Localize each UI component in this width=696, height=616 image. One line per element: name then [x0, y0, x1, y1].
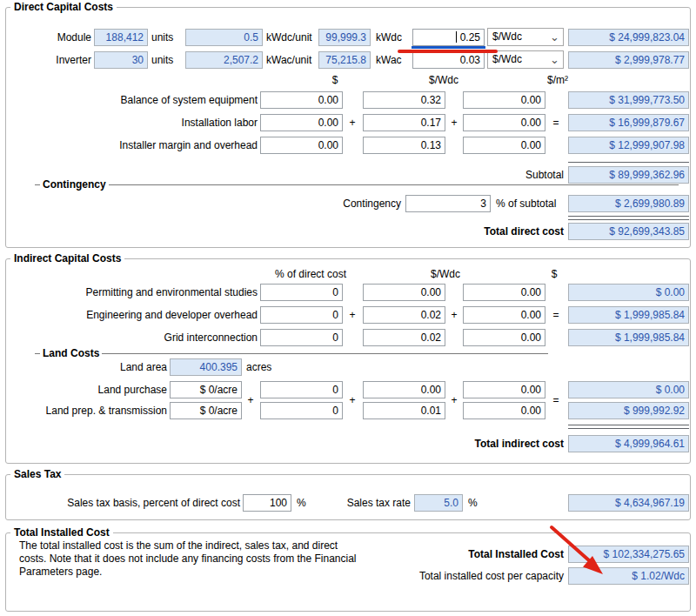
total-rule-line — [568, 216, 689, 217]
chevron-down-icon: ⌄ — [550, 30, 559, 44]
plus-operator: + — [346, 114, 358, 131]
module-capacity-suffix: kWdc — [376, 29, 402, 46]
land-prep-dollars-input[interactable]: 0.00 — [463, 402, 545, 419]
module-cost-units-dropdown[interactable]: $/Wdc⌄ — [487, 28, 564, 46]
plus-operator: + — [346, 392, 358, 409]
permitting-percent-input[interactable]: 0 — [260, 284, 343, 301]
inverter-units-field: 30 — [94, 51, 148, 69]
plus-operator: + — [448, 306, 460, 324]
module-units-suffix: units — [151, 29, 173, 46]
module-units-field: 188,412 — [94, 29, 148, 46]
contingency-total-field: $ 2,699,980.89 — [568, 195, 689, 212]
land-area-field: 400.395 — [170, 358, 242, 376]
sales-tax-total-field: $ 4,634,967.19 — [568, 494, 689, 512]
cost-per-capacity-label: Total installed cost per capacity — [383, 567, 564, 585]
inverter-capacity-suffix: kWac — [376, 51, 402, 69]
engineering-percent-input[interactable]: 0 — [260, 306, 343, 324]
grid-interconnection-percent-input[interactable]: 0 — [260, 329, 343, 346]
contingency-suffix: % of subtotal — [496, 195, 556, 212]
total-installed-cost-description: The total installed cost is the sum of t… — [19, 539, 360, 579]
land-purchase-label: Land purchase — [17, 381, 167, 398]
module-capacity-per-unit-field: 0.5 — [185, 29, 263, 46]
direct-column-header-dollars-per-wdc: $/Wdc — [429, 74, 458, 86]
land-purchase-per-acre-input[interactable]: $ 0/acre — [170, 381, 242, 398]
indirect-column-header-percent: % of direct cost — [275, 268, 346, 280]
sales-tax-basis-label: Sales tax basis, percent of direct cost — [17, 494, 240, 512]
plus-operator: + — [448, 114, 460, 131]
bos-equipment-dollars-input[interactable]: 0.00 — [260, 91, 343, 109]
installation-costs-page: Direct Capital Costs Module 188,412 unit… — [0, 0, 696, 616]
module-cost-input[interactable]: 0.25 — [412, 29, 485, 46]
land-area-label: Land area — [17, 358, 167, 376]
total-installed-cost-title: Total Installed Cost — [10, 527, 113, 539]
installation-labor-dollars-input[interactable]: 0.00 — [260, 114, 343, 131]
installer-margin-total-field: $ 12,999,907.98 — [568, 137, 689, 154]
land-prep-label: Land prep. & transmission — [17, 402, 167, 419]
grid-interconnection-dollars-input[interactable]: 0.00 — [463, 329, 545, 346]
inverter-cost-units-value: $/Wdc — [492, 53, 522, 65]
sales-tax-basis-input[interactable]: 100 — [243, 494, 291, 512]
inverter-cost-input[interactable]: 0.03 — [412, 51, 485, 69]
bos-equipment-per-wdc-input[interactable]: 0.32 — [363, 91, 445, 109]
installer-margin-per-m2-input[interactable]: 0.00 — [463, 137, 545, 154]
engineering-total-field: $ 1,999,985.84 — [568, 306, 689, 324]
inverter-capacity-per-unit-field: 2,507.2 — [185, 51, 263, 69]
bos-equipment-per-m2-input[interactable]: 0.00 — [463, 91, 545, 109]
land-purchase-dollars-input[interactable]: 0.00 — [463, 381, 545, 398]
equals-operator: = — [550, 306, 562, 324]
installation-labor-per-m2-input[interactable]: 0.00 — [463, 114, 545, 131]
inverter-cost-units-dropdown[interactable]: $/Wdc⌄ — [487, 50, 564, 69]
inverter-label: Inverter — [17, 51, 91, 69]
indirect-column-header-per-wdc: $/Wdc — [431, 268, 460, 280]
land-costs-subgroup-title: Land Costs — [40, 348, 102, 359]
total-indirect-cost-label: Total indirect cost — [435, 435, 564, 452]
total-rule-line — [568, 428, 689, 429]
grid-interconnection-total-field: $ 1,999,985.84 — [568, 329, 689, 346]
module-capacity-field: 99,999.3 — [318, 29, 371, 46]
land-purchase-per-wdc-input[interactable]: 0.00 — [363, 381, 445, 398]
sales-tax-rate-label: Sales tax rate — [331, 494, 411, 512]
land-purchase-percent-input[interactable]: 0 — [260, 381, 343, 398]
installer-margin-dollars-input[interactable]: 0.00 — [260, 137, 343, 154]
contingency-percent-input[interactable]: 3 — [405, 195, 491, 212]
indirect-capital-costs-title: Indirect Capital Costs — [10, 253, 124, 264]
permitting-label: Permitting and environmental studies — [17, 284, 258, 301]
sales-tax-rate-field: 5.0 — [414, 494, 463, 512]
total-rule-line — [568, 425, 689, 425]
equals-operator: = — [550, 392, 562, 409]
bos-equipment-label: Balance of system equipment — [17, 91, 258, 109]
total-indirect-cost-field: $ 4,999,964.61 — [568, 435, 689, 452]
sales-tax-rate-suffix: % — [468, 494, 478, 512]
land-costs-subgroup-header: Land Costs — [35, 348, 548, 359]
installation-labor-per-wdc-input[interactable]: 0.17 — [363, 114, 445, 131]
plus-operator: + — [244, 392, 257, 409]
engineering-per-wdc-input[interactable]: 0.02 — [363, 306, 445, 324]
subgroup-line — [102, 353, 548, 354]
installer-margin-per-wdc-input[interactable]: 0.13 — [363, 137, 445, 154]
installation-labor-label: Installation labor — [17, 114, 258, 131]
land-prep-per-wdc-input[interactable]: 0.01 — [363, 402, 445, 419]
grid-interconnection-per-wdc-input[interactable]: 0.02 — [363, 329, 445, 346]
equals-operator: = — [550, 114, 562, 131]
text-cursor — [456, 31, 457, 43]
module-total-cost-field: $ 24,999,823.04 — [568, 29, 689, 46]
permitting-total-field: $ 0.00 — [568, 284, 689, 301]
engineering-label: Engineering and developer overhead — [17, 306, 258, 324]
grid-interconnection-label: Grid interconnection — [17, 329, 258, 346]
land-prep-percent-input[interactable]: 0 — [260, 402, 343, 419]
permitting-per-wdc-input[interactable]: 0.00 — [363, 284, 445, 301]
direct-column-header-dollars-per-m2: $/m² — [547, 74, 568, 86]
permitting-dollars-input[interactable]: 0.00 — [463, 284, 545, 301]
module-label: Module — [17, 29, 91, 46]
sales-tax-basis-suffix: % — [297, 494, 306, 512]
installer-margin-label: Installer margin and overhead — [17, 137, 258, 154]
inverter-total-cost-field: $ 2,999,978.77 — [568, 51, 689, 69]
contingency-subgroup-header: Contingency — [35, 179, 679, 191]
total-direct-cost-label: Total direct cost — [435, 223, 564, 240]
land-prep-per-acre-input[interactable]: $ 0/acre — [170, 402, 242, 419]
land-purchase-total-field: $ 0.00 — [568, 381, 689, 398]
engineering-dollars-input[interactable]: 0.00 — [463, 306, 545, 324]
contingency-subgroup-title: Contingency — [40, 179, 109, 191]
installation-labor-total-field: $ 16,999,879.67 — [568, 114, 689, 131]
bos-equipment-total-field: $ 31,999,773.50 — [568, 91, 689, 109]
